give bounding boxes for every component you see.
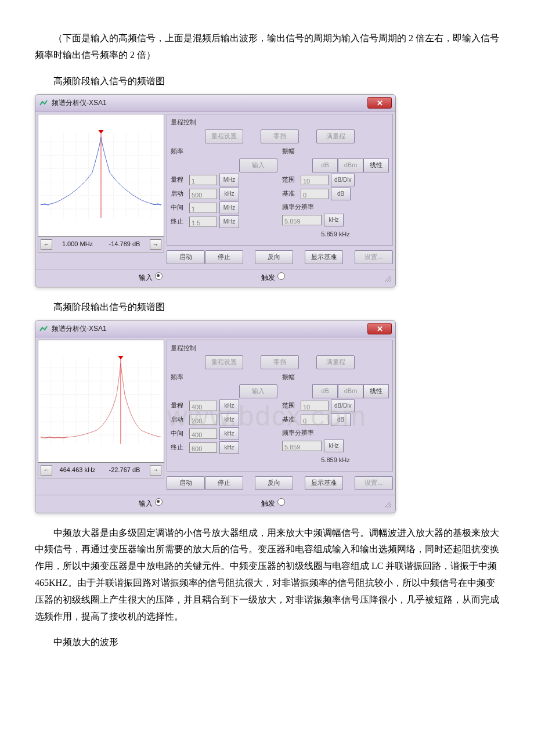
stop-sweep-button[interactable]: 停止 (205, 476, 243, 490)
range-label: 范围 (282, 174, 298, 186)
caption-3: 中频放大的波形 (35, 634, 499, 651)
close-button[interactable]: ✕ (367, 97, 392, 109)
res-display: 5.859 kHz (282, 453, 389, 467)
center-input[interactable]: 400 (189, 429, 217, 439)
center-unit-button[interactable]: MHz (219, 201, 239, 214)
app-icon (39, 324, 48, 333)
range-control-group: 量程控制 量程设置 零挡 满量程 频率 输入 量程1MHz 启动500kHz 中… (167, 114, 393, 246)
reverse-button[interactable]: 反向 (255, 476, 293, 490)
end-input[interactable]: 1.5 (189, 217, 217, 227)
ref-unit-button[interactable]: dB (331, 188, 351, 200)
caption-2: 高频阶段输出信号的频谱图 (35, 299, 499, 316)
start-sweep-button[interactable]: 启动 (167, 476, 205, 490)
input-button[interactable]: 输入 (239, 384, 277, 398)
trigger-radio[interactable] (277, 498, 285, 506)
show-ref-button[interactable]: 显示基准 (305, 476, 343, 490)
amp-label: 振幅 (282, 372, 389, 383)
freq-res-label: 频率分辨率 (282, 201, 389, 213)
start-input[interactable]: 500 (189, 189, 217, 199)
resize-grip-icon[interactable] (384, 501, 391, 507)
marker-icon (98, 130, 103, 134)
linear-button[interactable]: 线性 (363, 384, 389, 398)
span-unit-button[interactable]: kHz (219, 399, 239, 412)
full-range-button[interactable]: 满量程 (316, 129, 355, 143)
start-unit-button[interactable]: kHz (219, 188, 239, 200)
start-sweep-button[interactable]: 启动 (167, 250, 205, 264)
trigger-radio[interactable] (277, 272, 285, 280)
freq-readout: 1.000 MHz (56, 239, 99, 250)
span-input[interactable]: 1 (189, 175, 217, 185)
db-button[interactable]: dB (312, 159, 338, 172)
freq-label: 频率 (171, 146, 277, 157)
end-unit-button[interactable]: kHz (219, 441, 239, 454)
db-button[interactable]: dB (312, 384, 338, 398)
freq-res-label: 频率分辨率 (282, 427, 389, 439)
end-unit-button[interactable]: MHz (219, 215, 239, 228)
zero-button[interactable]: 零挡 (261, 355, 299, 369)
end-input[interactable]: 600 (189, 442, 217, 453)
dbm-button[interactable]: dBm (338, 159, 363, 172)
start-label: 启动 (171, 414, 187, 426)
center-label: 中间 (171, 202, 187, 214)
close-button[interactable]: ✕ (367, 323, 392, 334)
full-range-button[interactable]: 满量程 (316, 355, 355, 369)
span-unit-button[interactable]: MHz (219, 174, 239, 186)
span-label: 量程 (171, 174, 187, 186)
show-ref-button[interactable]: 显示基准 (305, 250, 343, 264)
span-label: 量程 (171, 400, 187, 412)
center-input[interactable]: 1 (189, 203, 217, 213)
ref-input[interactable]: 0 (301, 189, 329, 199)
range-control-label: 量程控制 (171, 117, 389, 128)
window-title: 频谱分析仪-XSA1 (52, 323, 367, 336)
center-unit-button[interactable]: kHz (219, 427, 239, 440)
range-set-button[interactable]: 量程设置 (205, 129, 243, 143)
input-radio[interactable] (155, 498, 163, 506)
app-icon (39, 98, 48, 107)
prev-button[interactable]: ← (41, 239, 52, 250)
res-input[interactable]: 5.859 (282, 215, 322, 225)
span-input[interactable]: 400 (189, 401, 217, 411)
res-unit-button[interactable]: kHz (324, 214, 344, 226)
ref-label: 基准 (282, 188, 298, 200)
freq-label: 频率 (171, 372, 277, 383)
window-title: 频谱分析仪-XSA1 (52, 97, 367, 110)
range-input[interactable]: 10 (301, 401, 329, 411)
range-input[interactable]: 10 (301, 175, 329, 185)
input-radio-group: 输入 (139, 272, 162, 285)
resize-grip-icon[interactable] (384, 275, 391, 282)
res-display: 5.859 kHz (282, 228, 389, 242)
settings-button[interactable]: 设置... (355, 250, 393, 264)
range-set-button[interactable]: 量程设置 (205, 355, 243, 369)
titlebar: 频谱分析仪-XSA1 ✕ (35, 321, 395, 337)
titlebar: 频谱分析仪-XSA1 ✕ (35, 95, 395, 111)
stop-sweep-button[interactable]: 停止 (205, 250, 243, 264)
zero-button[interactable]: 零挡 (261, 129, 299, 143)
next-button[interactable]: → (150, 239, 161, 250)
spectrum-plot-1 (38, 114, 164, 237)
res-unit-button[interactable]: kHz (324, 440, 344, 452)
ref-unit-button[interactable]: dB (331, 413, 351, 426)
dbm-button[interactable]: dBm (338, 384, 363, 398)
range-unit-button[interactable]: dB/Div (331, 399, 355, 412)
spectrum-analyzer-window-1: 频谱分析仪-XSA1 ✕ (35, 94, 396, 287)
input-button[interactable]: 输入 (239, 159, 277, 172)
res-input[interactable]: 5.859 (282, 441, 322, 451)
reverse-button[interactable]: 反向 (255, 250, 293, 264)
range-unit-button[interactable]: dB/Div (331, 174, 355, 186)
start-unit-button[interactable]: kHz (219, 413, 239, 426)
spectrum-plot-2 (38, 340, 164, 463)
ref-input[interactable]: 0 (301, 415, 329, 425)
paragraph-1: （下面是输入的高频信号，上面是混频后输出波形，输出信号的周期为输入信号周期的 2… (35, 30, 499, 64)
db-readout: -22.767 dB (103, 465, 146, 476)
ref-label: 基准 (282, 414, 298, 426)
next-button[interactable]: → (150, 465, 161, 476)
input-radio[interactable] (155, 272, 163, 280)
end-label: 终止 (171, 216, 187, 228)
spectrum-analyzer-window-2: 频谱分析仪-XSA1 ✕ (35, 320, 396, 513)
freq-readout: 464.463 kHz (56, 465, 99, 476)
range-control-label: 量程控制 (171, 343, 389, 354)
start-input[interactable]: 200 (189, 415, 217, 425)
settings-button[interactable]: 设置... (355, 476, 393, 490)
linear-button[interactable]: 线性 (363, 159, 389, 172)
prev-button[interactable]: ← (41, 465, 52, 476)
